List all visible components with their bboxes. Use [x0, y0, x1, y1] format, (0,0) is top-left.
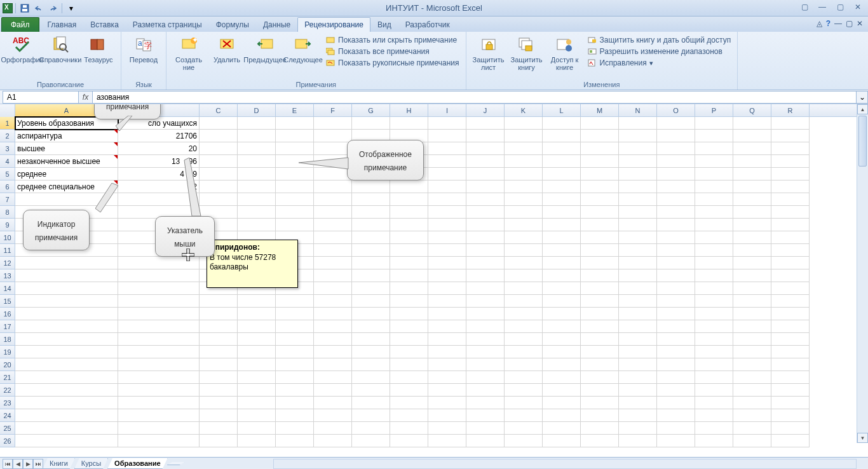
cell[interactable]: [543, 142, 581, 155]
column-header[interactable]: G: [352, 104, 390, 117]
cell[interactable]: среднее: [15, 168, 118, 180]
cell[interactable]: [771, 155, 810, 168]
cell[interactable]: [695, 371, 733, 384]
cell[interactable]: [314, 384, 352, 397]
scroll-up-button[interactable]: ▲: [857, 104, 868, 114]
cell[interactable]: [238, 346, 276, 358]
cell[interactable]: [428, 282, 466, 295]
cell[interactable]: [543, 397, 581, 409]
cell[interactable]: [733, 295, 771, 308]
cell[interactable]: [428, 346, 466, 358]
cell[interactable]: [118, 435, 200, 447]
cell[interactable]: [505, 193, 543, 206]
cell[interactable]: [390, 244, 428, 257]
cell[interactable]: [581, 231, 619, 244]
cell[interactable]: [428, 231, 466, 244]
show-hide-comment[interactable]: Показать или скрыть примечание: [323, 34, 462, 46]
cell[interactable]: [657, 244, 695, 257]
cell[interactable]: [238, 155, 276, 168]
cell[interactable]: [657, 155, 695, 168]
cell[interactable]: [543, 371, 581, 384]
cell[interactable]: [276, 422, 314, 435]
cell[interactable]: [581, 422, 619, 435]
cell[interactable]: [200, 308, 238, 320]
sheet-last-button[interactable]: ⏭: [33, 459, 43, 469]
cell[interactable]: [352, 435, 390, 447]
cell[interactable]: [15, 320, 118, 333]
row-header[interactable]: 4: [0, 155, 15, 168]
cell[interactable]: [118, 358, 200, 371]
cell[interactable]: [581, 371, 619, 384]
column-header[interactable]: R: [771, 104, 810, 117]
cell[interactable]: [428, 206, 466, 219]
cell[interactable]: [657, 130, 695, 142]
cell[interactable]: [733, 282, 771, 295]
cell[interactable]: [581, 269, 619, 282]
cell[interactable]: [619, 333, 657, 346]
row-header[interactable]: 9: [0, 219, 15, 231]
cell[interactable]: [15, 384, 118, 397]
tab-developer[interactable]: Разработчик: [398, 17, 457, 32]
cell[interactable]: [118, 422, 200, 435]
cell[interactable]: [505, 142, 543, 155]
cell[interactable]: [543, 282, 581, 295]
cell[interactable]: [200, 117, 238, 130]
cell[interactable]: [15, 435, 118, 447]
cell[interactable]: [200, 409, 238, 422]
fx-button[interactable]: fx: [79, 91, 93, 104]
cell[interactable]: [276, 333, 314, 346]
cell[interactable]: [581, 244, 619, 257]
cell[interactable]: [276, 384, 314, 397]
row-header[interactable]: 5: [0, 168, 15, 180]
cell[interactable]: [619, 371, 657, 384]
cell[interactable]: [352, 409, 390, 422]
doc-close-button[interactable]: ✕: [857, 19, 863, 28]
cell[interactable]: [466, 180, 505, 193]
cell[interactable]: [352, 308, 390, 320]
cell[interactable]: [733, 257, 771, 269]
close-button[interactable]: ✕: [850, 1, 865, 13]
cell[interactable]: [733, 435, 771, 447]
cell[interactable]: [695, 155, 733, 168]
cell[interactable]: [581, 384, 619, 397]
column-header[interactable]: I: [428, 104, 466, 117]
cell[interactable]: [276, 206, 314, 219]
cell[interactable]: [15, 295, 118, 308]
cell[interactable]: высшее: [15, 142, 118, 155]
cell[interactable]: [695, 244, 733, 257]
cell[interactable]: [200, 435, 238, 447]
cell[interactable]: [428, 384, 466, 397]
cell[interactable]: [390, 308, 428, 320]
cell[interactable]: [543, 384, 581, 397]
cell[interactable]: [581, 168, 619, 180]
cell[interactable]: [733, 206, 771, 219]
cell[interactable]: [505, 333, 543, 346]
cell[interactable]: [428, 422, 466, 435]
cell[interactable]: [771, 219, 810, 231]
cell[interactable]: [15, 257, 118, 269]
cell[interactable]: [428, 257, 466, 269]
tab-view[interactable]: Вид: [370, 17, 398, 32]
cell[interactable]: [771, 371, 810, 384]
cell[interactable]: [314, 435, 352, 447]
tab-insert[interactable]: Вставка: [83, 17, 126, 32]
cell[interactable]: [695, 308, 733, 320]
cell[interactable]: [466, 257, 505, 269]
cell[interactable]: [118, 295, 200, 308]
cell[interactable]: [543, 193, 581, 206]
cell[interactable]: [619, 320, 657, 333]
cell[interactable]: аспирантура: [15, 130, 118, 142]
cell[interactable]: [657, 346, 695, 358]
cell[interactable]: [314, 206, 352, 219]
row-header[interactable]: 6: [0, 180, 15, 193]
cell[interactable]: [200, 333, 238, 346]
cell[interactable]: [428, 117, 466, 130]
cell[interactable]: [314, 358, 352, 371]
cell[interactable]: [733, 409, 771, 422]
cell[interactable]: [581, 397, 619, 409]
cell[interactable]: [657, 333, 695, 346]
cell[interactable]: [543, 206, 581, 219]
cell[interactable]: [619, 142, 657, 155]
cell[interactable]: [733, 308, 771, 320]
cell[interactable]: [428, 397, 466, 409]
